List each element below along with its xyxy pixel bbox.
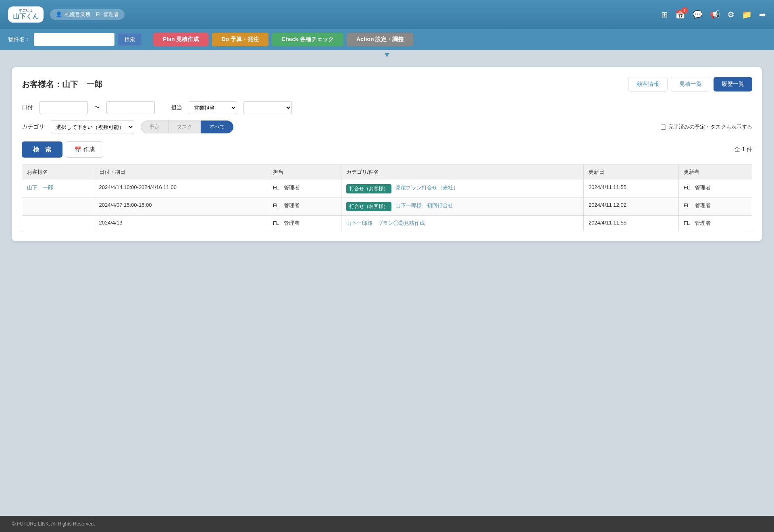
date-separator: 〜 bbox=[94, 104, 100, 111]
nav-check-button[interactable]: Check 各種チェック bbox=[272, 33, 343, 46]
toggle-buttons: 予定 タスク すべて bbox=[141, 121, 233, 133]
customer-name: お客様名：山下 一郎 bbox=[22, 79, 102, 90]
subject-link[interactable]: 見積プラン打合せ（来社） bbox=[395, 184, 458, 191]
toggle-all-button[interactable]: すべて bbox=[201, 121, 233, 133]
cell-date: 2024/4/07 15:00-16:00 bbox=[94, 198, 268, 216]
customer-header: お客様名：山下 一郎 顧客情報 見積一覧 履歴一覧 bbox=[22, 77, 752, 91]
completed-check: 完了済みの予定・タスクも表示する bbox=[661, 123, 752, 131]
logo-top: すごいよ bbox=[19, 9, 33, 13]
toggle-task-button[interactable]: タスク bbox=[168, 121, 201, 133]
header: すごいよ 山下くん 👤 札幌営業所 FL 管理者 ⊞ 📅 1 💬 📢 ⚙ 📁 ➡ bbox=[0, 0, 774, 29]
search-action-button[interactable]: 検 索 bbox=[22, 141, 62, 158]
category-tag: 打合せ（お客様） bbox=[346, 184, 391, 193]
subject-link[interactable]: 山下一郎様 プラン①②見積作成 bbox=[346, 220, 425, 227]
megaphone-icon[interactable]: 📢 bbox=[710, 10, 720, 19]
cell-updated: 2024/4/11 11:55 bbox=[583, 180, 678, 198]
cell-customer: 山下 一郎 bbox=[22, 180, 94, 198]
col-customer: お客様名 bbox=[22, 164, 94, 180]
date-label: 日付 bbox=[22, 104, 33, 111]
gear-icon[interactable]: ⚙ bbox=[727, 10, 734, 19]
navbar: 物件名： 検索 Plan 見積作成 Do 予算・発注 Check 各種チェック … bbox=[0, 29, 774, 50]
action-row: 検 索 📅 作成 全 1 件 bbox=[22, 141, 752, 158]
nav-do-button[interactable]: Do 予算・発注 bbox=[212, 33, 268, 46]
dropdown-arrow[interactable]: ▼ bbox=[0, 51, 774, 59]
charge-label: 担当 bbox=[171, 104, 182, 111]
user-icon: 👤 bbox=[56, 11, 62, 17]
property-search: 物件名： 検索 bbox=[8, 33, 142, 46]
tab-buttons: 顧客情報 見積一覧 履歴一覧 bbox=[628, 77, 752, 91]
cell-date: 2024/4/14 10:00-2024/4/16 11:00 bbox=[94, 180, 268, 198]
cell-date: 2024/4/13 bbox=[94, 216, 268, 231]
header-icons: ⊞ 📅 1 💬 📢 ⚙ 📁 ➡ bbox=[661, 10, 766, 19]
cell-updater: FL 管理者 bbox=[679, 198, 752, 216]
action-left: 検 索 📅 作成 bbox=[22, 141, 103, 158]
col-charge: 担当 bbox=[268, 164, 341, 180]
cell-charge: FL 管理者 bbox=[268, 198, 341, 216]
date-to-input[interactable] bbox=[106, 101, 155, 114]
tab-customer-info[interactable]: 顧客情報 bbox=[628, 77, 668, 91]
navbar-search-button[interactable]: 検索 bbox=[118, 33, 142, 46]
property-label: 物件名： bbox=[8, 36, 31, 43]
filter-category-row: カテゴリ 選択して下さい（複数可能） 予定 タスク すべて 完了済みの予定・タス… bbox=[22, 121, 752, 133]
charge-type-select[interactable]: 営業担当 bbox=[189, 101, 237, 114]
charge-value-select[interactable] bbox=[243, 101, 292, 114]
user-badge: 👤 札幌営業所 FL 管理者 bbox=[50, 9, 125, 20]
folder-icon[interactable]: 📁 bbox=[742, 10, 752, 19]
nav-buttons: Plan 見積作成 Do 予算・発注 Check 各種チェック Action 設… bbox=[153, 33, 413, 46]
calendar-badge: 1 bbox=[681, 7, 688, 14]
col-date: 日付・期日 bbox=[94, 164, 268, 180]
cell-updater: FL 管理者 bbox=[679, 180, 752, 198]
col-updater: 更新者 bbox=[679, 164, 752, 180]
grid-icon[interactable]: ⊞ bbox=[661, 10, 668, 19]
cell-updated: 2024/4/11 12:02 bbox=[583, 198, 678, 216]
completed-check-label: 完了済みの予定・タスクも表示する bbox=[668, 123, 752, 131]
create-label: 作成 bbox=[83, 146, 95, 153]
footer: © FUTURE LINK. All Rights Reserved. bbox=[0, 516, 774, 532]
table-body: 山下 一郎2024/4/14 10:00-2024/4/16 11:00FL 管… bbox=[22, 180, 752, 231]
table-header: お客様名 日付・期日 担当 カテゴリ/件名 更新日 更新者 bbox=[22, 164, 752, 180]
footer-text: © FUTURE LINK. All Rights Reserved. bbox=[12, 521, 95, 527]
create-icon: 📅 bbox=[74, 146, 81, 153]
user-label: 札幌営業所 FL 管理者 bbox=[64, 11, 119, 18]
header-left: すごいよ 山下くん 👤 札幌営業所 FL 管理者 bbox=[8, 6, 125, 22]
table-row: 2024/4/07 15:00-16:00FL 管理者打合せ（お客様）山下一郎様… bbox=[22, 198, 752, 216]
table-row: 山下 一郎2024/4/14 10:00-2024/4/16 11:00FL 管… bbox=[22, 180, 752, 198]
cell-category: 打合せ（お客様）山下一郎様 初回打合せ bbox=[341, 198, 583, 216]
cell-charge: FL 管理者 bbox=[268, 180, 341, 198]
logout-icon[interactable]: ➡ bbox=[759, 10, 766, 19]
cell-charge: FL 管理者 bbox=[268, 216, 341, 231]
logo-bottom: 山下くん bbox=[13, 13, 39, 20]
tab-estimate-list[interactable]: 見積一覧 bbox=[671, 77, 710, 91]
customer-link[interactable]: 山下 一郎 bbox=[27, 185, 53, 191]
category-label: カテゴリ bbox=[22, 123, 44, 131]
property-input[interactable] bbox=[34, 33, 114, 46]
tab-history-list[interactable]: 履歴一覧 bbox=[714, 77, 752, 91]
calendar-icon[interactable]: 📅 1 bbox=[675, 10, 685, 19]
table-header-row: お客様名 日付・期日 担当 カテゴリ/件名 更新日 更新者 bbox=[22, 164, 752, 180]
data-table: お客様名 日付・期日 担当 カテゴリ/件名 更新日 更新者 山下 一郎2024/… bbox=[22, 164, 752, 231]
create-button[interactable]: 📅 作成 bbox=[66, 141, 103, 158]
cell-updater: FL 管理者 bbox=[679, 216, 752, 231]
content-box: お客様名：山下 一郎 顧客情報 見積一覧 履歴一覧 日付 〜 担当 営業担当 カ… bbox=[12, 67, 762, 241]
nav-action-button[interactable]: Action 設定・調整 bbox=[347, 33, 413, 46]
col-category: カテゴリ/件名 bbox=[341, 164, 583, 180]
main-wrapper: お客様名：山下 一郎 顧客情報 見積一覧 履歴一覧 日付 〜 担当 営業担当 カ… bbox=[0, 59, 774, 516]
cell-customer bbox=[22, 198, 94, 216]
completed-checkbox[interactable] bbox=[661, 125, 666, 130]
table-row: 2024/4/13FL 管理者山下一郎様 プラン①②見積作成2024/4/11 … bbox=[22, 216, 752, 231]
cell-category: 山下一郎様 プラン①②見積作成 bbox=[341, 216, 583, 231]
col-updated: 更新日 bbox=[583, 164, 678, 180]
cell-updated: 2024/4/11 11:55 bbox=[583, 216, 678, 231]
category-tag: 打合せ（お客様） bbox=[346, 202, 391, 211]
filter-date-row: 日付 〜 担当 営業担当 bbox=[22, 101, 752, 114]
logo[interactable]: すごいよ 山下くん bbox=[8, 6, 44, 22]
chat-icon[interactable]: 💬 bbox=[693, 10, 703, 19]
toggle-plan-button[interactable]: 予定 bbox=[141, 121, 168, 133]
date-from-input[interactable] bbox=[40, 101, 88, 114]
nav-plan-button[interactable]: Plan 見積作成 bbox=[153, 33, 208, 46]
category-select[interactable]: 選択して下さい（複数可能） bbox=[51, 121, 134, 133]
cell-category: 打合せ（お客様）見積プラン打合せ（来社） bbox=[341, 180, 583, 198]
subject-link[interactable]: 山下一郎様 初回打合せ bbox=[395, 202, 453, 209]
total-count: 全 1 件 bbox=[734, 146, 752, 153]
cell-customer bbox=[22, 216, 94, 231]
